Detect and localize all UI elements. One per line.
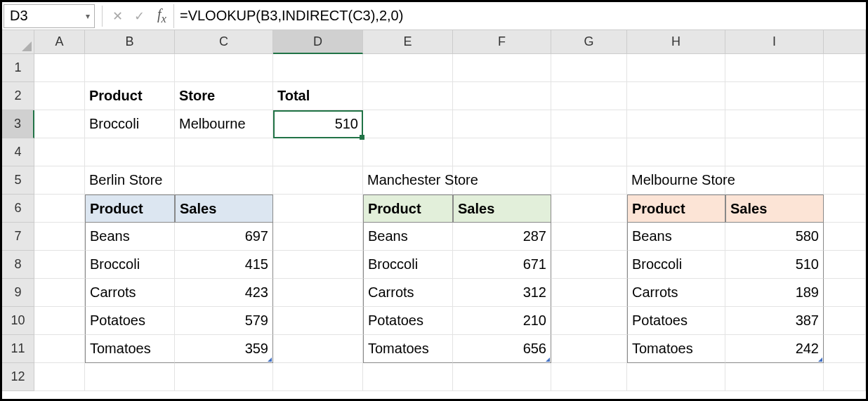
col-header-extra[interactable] (824, 30, 866, 54)
table-corner-icon[interactable] (818, 357, 822, 362)
cell-B10[interactable]: Potatoes (85, 307, 175, 335)
col-header-B[interactable]: B (85, 30, 175, 54)
cell-F2[interactable] (453, 82, 551, 110)
cell-A2[interactable] (34, 82, 85, 110)
cell-H1[interactable] (627, 54, 725, 82)
row-header-2[interactable]: 2 (2, 82, 34, 110)
col-header-D[interactable]: D (273, 30, 363, 54)
cell-J9[interactable] (824, 279, 866, 307)
cell-D7[interactable] (273, 223, 363, 251)
cell-H2[interactable] (627, 82, 725, 110)
cell-G4[interactable] (551, 138, 627, 166)
cell-G8[interactable] (551, 251, 627, 279)
table-corner-icon[interactable] (546, 357, 550, 362)
cell-G10[interactable] (551, 307, 627, 335)
cell-E3[interactable] (363, 110, 453, 138)
cell-C4[interactable] (175, 138, 273, 166)
cell-I11[interactable]: 242 (725, 335, 824, 363)
col-header-C[interactable]: C (175, 30, 273, 54)
cell-D3[interactable]: 510 (273, 110, 363, 138)
chevron-down-icon[interactable]: ▾ (86, 11, 90, 21)
cell-D8[interactable] (273, 251, 363, 279)
cell-J2[interactable] (824, 82, 866, 110)
col-header-G[interactable]: G (551, 30, 627, 54)
cell-E7[interactable]: Beans (363, 223, 453, 251)
cell-A11[interactable] (34, 335, 85, 363)
cell-D6[interactable] (273, 195, 363, 223)
row-header-11[interactable]: 11 (2, 335, 34, 363)
row-header-12[interactable]: 12 (2, 363, 34, 391)
col-header-A[interactable]: A (34, 30, 85, 54)
cell-A5[interactable] (34, 166, 85, 195)
cell-C12[interactable] (175, 363, 273, 391)
cell-C9[interactable]: 423 (175, 279, 273, 307)
select-all-corner[interactable] (2, 30, 34, 54)
cell-D12[interactable] (273, 363, 363, 391)
cell-D5[interactable] (273, 166, 363, 195)
row-header-9[interactable]: 9 (2, 279, 34, 307)
cell-F4[interactable] (453, 138, 551, 166)
cell-F10[interactable]: 210 (453, 307, 551, 335)
cell-E8[interactable]: Broccoli (363, 251, 453, 279)
cell-A3[interactable] (34, 110, 85, 138)
cell-F9[interactable]: 312 (453, 279, 551, 307)
cell-H7[interactable]: Beans (627, 223, 725, 251)
cell-C3[interactable]: Melbourne (175, 110, 273, 138)
cell-H9[interactable]: Carrots (627, 279, 725, 307)
cell-D1[interactable] (273, 54, 363, 82)
col-header-I[interactable]: I (725, 30, 824, 54)
cell-B11[interactable]: Tomatoes (85, 335, 175, 363)
cell-C10[interactable]: 579 (175, 307, 273, 335)
cell-H5[interactable]: Melbourne Store (627, 166, 725, 195)
cell-J12[interactable] (824, 363, 866, 391)
cell-J4[interactable] (824, 138, 866, 166)
cell-G7[interactable] (551, 223, 627, 251)
cell-F7[interactable]: 287 (453, 223, 551, 251)
cell-J5[interactable] (824, 166, 866, 195)
row-header-3[interactable]: 3 (2, 110, 34, 138)
cell-H6[interactable]: Product (627, 195, 725, 223)
cell-F8[interactable]: 671 (453, 251, 551, 279)
cell-C11[interactable]: 359 (175, 335, 273, 363)
cell-C8[interactable]: 415 (175, 251, 273, 279)
cell-B5[interactable]: Berlin Store (85, 166, 175, 195)
cell-C1[interactable] (175, 54, 273, 82)
cell-H10[interactable]: Potatoes (627, 307, 725, 335)
cell-C2[interactable]: Store (175, 82, 273, 110)
cell-J1[interactable] (824, 54, 866, 82)
cell-G12[interactable] (551, 363, 627, 391)
cell-A6[interactable] (34, 195, 85, 223)
cell-A9[interactable] (34, 279, 85, 307)
cell-F6[interactable]: Sales (453, 195, 551, 223)
cell-B6[interactable]: Product (85, 195, 175, 223)
table-corner-icon[interactable] (268, 357, 272, 362)
cell-B4[interactable] (85, 138, 175, 166)
cell-J8[interactable] (824, 251, 866, 279)
cell-B9[interactable]: Carrots (85, 279, 175, 307)
cell-F12[interactable] (453, 363, 551, 391)
cell-H11[interactable]: Tomatoes (627, 335, 725, 363)
cell-E1[interactable] (363, 54, 453, 82)
cell-H8[interactable]: Broccoli (627, 251, 725, 279)
cell-D9[interactable] (273, 279, 363, 307)
row-header-10[interactable]: 10 (2, 307, 34, 335)
cell-B2[interactable]: Product (85, 82, 175, 110)
name-box[interactable]: D3 ▾ (4, 4, 95, 28)
cell-E11[interactable]: Tomatoes (363, 335, 453, 363)
cell-I1[interactable] (725, 54, 824, 82)
cell-I5[interactable] (725, 166, 824, 195)
cell-F11[interactable]: 656 (453, 335, 551, 363)
row-header-8[interactable]: 8 (2, 251, 34, 279)
cell-C5[interactable] (175, 166, 273, 195)
cell-I3[interactable] (725, 110, 824, 138)
cell-F5[interactable] (453, 166, 551, 195)
col-header-H[interactable]: H (627, 30, 725, 54)
col-header-F[interactable]: F (453, 30, 551, 54)
cell-F1[interactable] (453, 54, 551, 82)
row-header-5[interactable]: 5 (2, 166, 34, 195)
cell-G1[interactable] (551, 54, 627, 82)
row-header-1[interactable]: 1 (2, 54, 34, 82)
cell-H4[interactable] (627, 138, 725, 166)
cell-I8[interactable]: 510 (725, 251, 824, 279)
cell-I12[interactable] (725, 363, 824, 391)
